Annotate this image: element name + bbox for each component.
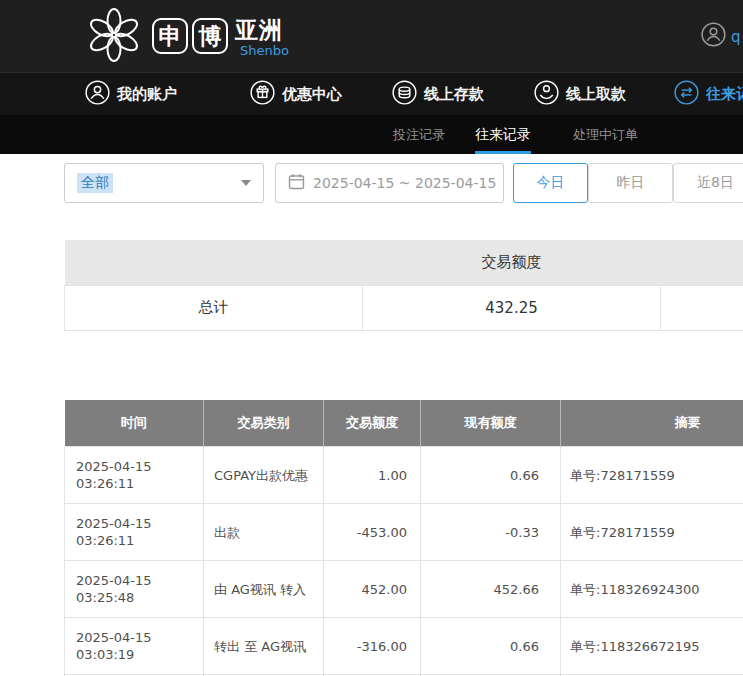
summary-header-empty [65,240,363,285]
table-row: 2025-04-15 03:26:11 CGPAY出款优惠 1.00 0.66 … [65,447,743,504]
col-header-amount: 交易额度 [324,400,421,447]
cell-type: 转出 至 AG视讯 [204,618,324,675]
col-header-balance: 现有额度 [421,400,561,447]
nav-item-my-account[interactable]: 我的账户 [85,73,177,116]
brand-romanized-text: Shenbo [240,43,289,58]
cell-balance: -0.33 [421,504,561,561]
nav-item-label: 线上取款 [566,85,626,104]
brand-region-text: 亚洲 [235,15,283,46]
records-header-row: 时间 交易类别 交易额度 现有额度 摘要 [65,400,743,447]
nav-item-label: 线上存款 [424,85,484,104]
table-row: 2025-04-15 03:25:48 由 AG视讯 转入 452.00 452… [65,561,743,618]
nav-item-promo-center[interactable]: 优惠中心 [250,73,342,116]
yesterday-button[interactable]: 昨日 [588,163,673,203]
main-nav: 我的账户 优惠中心 线上存款 [0,72,743,115]
tab-betting-records[interactable]: 投注记录 [393,115,445,154]
records-sub-nav: 投注记录 往来记录 处理中订单 [0,115,743,154]
page: 申 博 亚洲 Shenbo q [0,0,743,676]
cell-balance: 452.66 [421,561,561,618]
table-row: 2025-04-15 03:03:19 转出 至 AG视讯 -316.00 0.… [65,618,743,675]
summary-total-row: 总计 432.25 [65,285,743,330]
nav-item-label: 优惠中心 [282,85,342,104]
nav-item-online-withdrawal[interactable]: 线上取款 [534,73,626,116]
flower-logo-icon [86,7,142,67]
chevron-down-icon [241,180,251,186]
username-text: q [731,28,743,46]
summary-header-row: 交易额度 [65,240,743,285]
date-range-picker[interactable]: 2025-04-15 ~ 2025-04-15 [275,163,504,203]
summary-table: 交易额度 总计 432.25 [64,240,743,331]
tab-label: 投注记录 [393,127,445,142]
cell-balance: 0.66 [421,447,561,504]
cell-type: 由 AG视讯 转入 [204,561,324,618]
coins-circle-icon [392,80,417,109]
cell-time: 2025-04-15 03:03:19 [65,618,204,675]
summary-header-amount: 交易额度 [363,240,661,285]
nav-item-transaction-records[interactable]: 往来记录 [674,73,743,116]
cell-summary: 单号:118326672195 [561,618,743,675]
cell-summary: 单号:728171559 [561,504,743,561]
brand-char-box-1: 申 [152,18,188,54]
cell-type: CGPAY出款优惠 [204,447,324,504]
category-dropdown[interactable]: 全部 [64,163,264,203]
date-range-value: 2025-04-15 ~ 2025-04-15 [313,175,496,191]
col-header-type: 交易类别 [204,400,324,447]
col-header-summary: 摘要 [561,400,743,447]
cell-amount: -316.00 [324,618,421,675]
cell-time: 2025-04-15 03:26:11 [65,447,204,504]
table-row: 2025-04-15 03:26:11 出款 -453.00 -0.33 单号:… [65,504,743,561]
tab-processing-orders[interactable]: 处理中订单 [573,115,638,154]
nav-item-label: 往来记录 [706,85,743,104]
tab-label: 往来记录 [475,126,531,142]
gift-circle-icon [250,80,275,109]
transfer-record-icon [674,80,699,109]
cell-time: 2025-04-15 03:26:11 [65,504,204,561]
nav-item-online-deposit[interactable]: 线上存款 [392,73,484,116]
user-avatar-icon [701,22,726,51]
summary-total-label: 总计 [65,285,363,330]
tab-transaction-records[interactable]: 往来记录 [475,115,531,154]
cell-type: 出款 [204,504,324,561]
cell-summary: 单号:118326924300 [561,561,743,618]
user-circle-icon [85,80,110,109]
cell-balance: 0.66 [421,618,561,675]
cell-amount: -453.00 [324,504,421,561]
active-tab-underline [475,151,531,154]
last-8-days-button[interactable]: 近8日 [673,163,743,203]
records-table: 时间 交易类别 交易额度 现有额度 摘要 2025-04-15 03:26:11… [64,400,743,676]
cell-time: 2025-04-15 03:25:48 [65,561,204,618]
user-account-area[interactable]: q [701,22,743,51]
calendar-icon [288,173,305,194]
hand-coin-circle-icon [534,80,559,109]
nav-item-label: 我的账户 [117,85,177,104]
today-button[interactable]: 今日 [513,163,588,203]
category-selected-value: 全部 [77,173,113,193]
cell-summary: 单号:728171559 [561,447,743,504]
brand-char-box-2: 博 [192,18,228,54]
summary-empty-cell [661,285,743,330]
cell-amount: 452.00 [324,561,421,618]
col-header-time: 时间 [65,400,204,447]
tab-label: 处理中订单 [573,127,638,142]
top-header: 申 博 亚洲 Shenbo q [0,0,743,72]
summary-total-value: 432.25 [363,285,661,330]
cell-amount: 1.00 [324,447,421,504]
summary-header-empty [661,240,743,285]
